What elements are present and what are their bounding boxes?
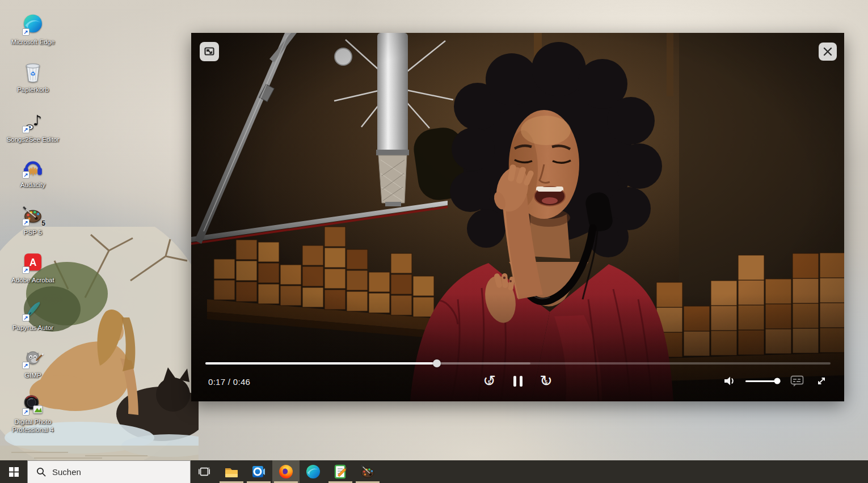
desktop-icon-label: Papierkorb	[17, 86, 49, 94]
captions-icon	[790, 375, 804, 387]
file-explorer-icon	[224, 464, 239, 480]
shortcut-arrow-overlay: ↗	[22, 126, 30, 133]
desktop-icon-label: PSP 5	[24, 228, 42, 236]
task-view-icon	[198, 465, 210, 478]
svg-text:A: A	[30, 257, 37, 268]
pip-player-window[interactable]: 0:17 / 0:46 ↺ 5 ↻ 5	[191, 33, 844, 401]
desktop-icon-microsoft-edge[interactable]: ↗ Microsoft Edge	[0, 14, 66, 46]
shortcut-arrow-overlay: ↗	[22, 314, 30, 321]
desktop-icon-digital-photo-professional[interactable]: ↗ Digital Photo Professional 4	[0, 393, 66, 434]
taskbar-file-explorer[interactable]	[218, 460, 245, 483]
recycle-bin-icon: ♻	[22, 61, 44, 84]
task-view-button[interactable]	[191, 460, 218, 483]
taskbar-psp[interactable]	[354, 460, 381, 483]
desktop-icon-label: Papyrus Autor	[12, 324, 53, 332]
captions-button[interactable]	[789, 371, 805, 391]
taskbar-outlook[interactable]	[245, 460, 272, 483]
outlook-icon	[251, 464, 267, 480]
back-to-tab-button[interactable]	[200, 42, 219, 61]
progress-thumb[interactable]	[433, 359, 441, 367]
svg-text:♪: ♪	[33, 112, 42, 129]
back-to-tab-icon	[204, 46, 215, 57]
video-content-recording-studio	[191, 33, 844, 401]
taskbar-edge[interactable]	[300, 460, 327, 483]
time-display: 0:17 / 0:46	[208, 377, 250, 387]
windows-logo-icon	[9, 467, 19, 477]
close-button[interactable]	[819, 43, 837, 61]
shortcut-arrow-overlay: ↗	[22, 219, 30, 226]
seek-forward-5s-button[interactable]: ↻ 5	[537, 371, 556, 391]
mute-button[interactable]	[722, 371, 737, 391]
shortcut-arrow-overlay: ↗	[22, 266, 30, 274]
taskbar	[0, 460, 868, 483]
secondary-controls	[722, 371, 829, 391]
progress-played	[205, 362, 437, 365]
volume-slider[interactable]	[745, 380, 781, 382]
desktop-icon-label: Songs2See Editor	[7, 135, 60, 143]
desktop-icon-label: GIMP	[24, 371, 41, 379]
svg-text:♻: ♻	[30, 70, 36, 78]
close-icon	[823, 47, 832, 56]
seek-back-5s-button[interactable]: ↺ 5	[480, 371, 499, 391]
psp-version-badge: 5	[41, 219, 45, 227]
desktop-screen: ↗ Microsoft Edge ♻ Papierkorb ♪	[0, 0, 868, 483]
search-input[interactable]	[52, 467, 177, 477]
speaker-icon	[723, 375, 736, 387]
volume-thumb[interactable]	[774, 378, 780, 384]
seek-forward-label: 5	[545, 379, 547, 385]
desktop-icon-label: Adobe Acrobat	[11, 276, 54, 284]
firefox-icon	[278, 464, 294, 480]
pause-icon	[513, 376, 523, 387]
desktop-icon-gimp[interactable]: ↗ GIMP	[0, 347, 66, 379]
desktop-icon-psp-5[interactable]: ↗ 5 PSP 5	[0, 204, 66, 236]
desktop-icon-audacity[interactable]: ↗ Audacity	[0, 156, 66, 189]
notepad-pencil-icon	[332, 464, 348, 480]
paint-palette-icon	[360, 464, 376, 480]
taskbar-firefox[interactable]	[272, 460, 300, 483]
pause-button[interactable]	[508, 371, 528, 391]
transport-controls: ↺ 5 ↻ 5	[480, 371, 556, 391]
desktop-icon-papyrus-autor[interactable]: ↗ Papyrus Autor	[0, 299, 66, 332]
desktop-icon-songs2see-editor[interactable]: ♪ ↗ Songs2See Editor	[0, 111, 66, 143]
desktop-icon-label: Digital Photo Professional 4	[12, 418, 54, 434]
shortcut-arrow-overlay: ↗	[22, 171, 30, 179]
shortcut-arrow-overlay: ↗	[22, 362, 30, 369]
taskbar-search[interactable]	[27, 460, 191, 483]
desktop-icon-label: Audacity	[20, 181, 45, 189]
desktop-icon-papierkorb[interactable]: ♻ Papierkorb	[0, 61, 66, 94]
volume-fill	[745, 380, 777, 382]
edge-icon	[305, 464, 321, 480]
shortcut-arrow-overlay: ↗	[22, 28, 30, 36]
start-button[interactable]	[0, 460, 27, 483]
fullscreen-icon	[816, 375, 827, 387]
taskbar-text-editor[interactable]	[327, 460, 354, 483]
desktop-icon-label: Microsoft Edge	[11, 38, 55, 46]
shortcut-arrow-overlay: ↗	[22, 408, 30, 416]
fullscreen-button[interactable]	[814, 371, 829, 391]
desktop-icon-adobe-acrobat[interactable]: A ↗ Adobe Acrobat	[0, 252, 66, 284]
progress-bar[interactable]	[205, 362, 831, 365]
seek-back-label: 5	[488, 379, 491, 385]
search-icon	[36, 467, 46, 477]
desktop-icon-grid: ↗ Microsoft Edge ♻ Papierkorb ♪	[0, 0, 66, 460]
